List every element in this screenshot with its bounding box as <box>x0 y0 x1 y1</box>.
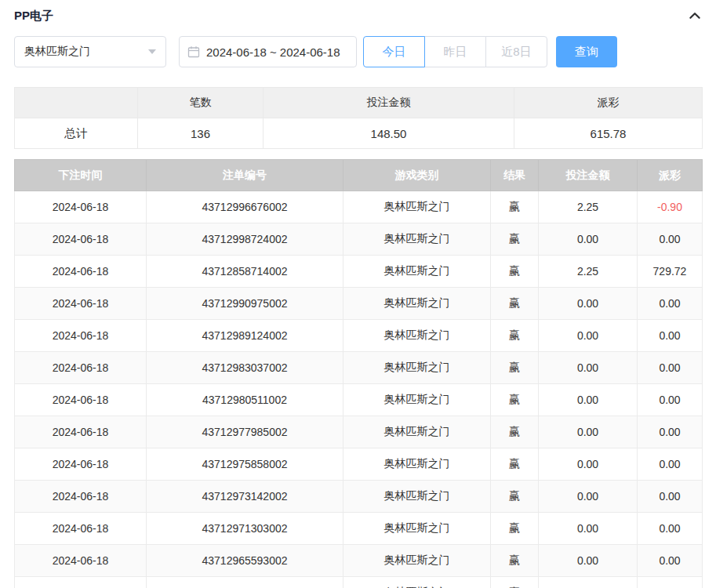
bet-amount-cell: 0.00 <box>539 384 638 416</box>
col-header-game-type: 游戏类别 <box>343 160 491 191</box>
date-range-value: 2024-06-18 ~ 2024-06-18 <box>206 45 340 59</box>
bet-amount-cell: 0.00 <box>539 223 638 256</box>
summary-total-bet-amount: 148.50 <box>264 118 514 149</box>
order-no-cell: 43712996676002 <box>147 191 343 223</box>
last-8-days-button[interactable]: 近8日 <box>485 36 547 67</box>
result-cell: 赢 <box>491 320 539 352</box>
order-no-cell: 43712971303002 <box>147 513 343 545</box>
payout-cell: 0.00 <box>638 288 703 320</box>
game-select[interactable]: 奥林匹斯之门 <box>14 36 166 67</box>
bet-amount-cell: 0.00 <box>539 320 638 352</box>
payout-cell: 0.00 <box>638 352 703 384</box>
calendar-icon <box>187 45 200 58</box>
summary-header-count: 笔数 <box>138 88 264 118</box>
game-type-cell: 奥林匹斯之门 <box>343 288 491 320</box>
panel-header: PP电子 <box>14 0 702 25</box>
game-type-cell: 奥林匹斯之门 <box>343 384 491 416</box>
table-row: 2024-06-18 43712975858002 奥林匹斯之门 赢 0.00 … <box>15 448 703 481</box>
col-header-payout: 派彩 <box>638 160 703 191</box>
order-no-cell: 43712980511002 <box>147 384 343 416</box>
table-row: 2024-06-18 43712998724002 奥林匹斯之门 赢 0.00 … <box>15 223 703 256</box>
game-select-value: 奥林匹斯之门 <box>24 45 90 59</box>
game-type-cell: 奥林匹斯之门 <box>343 223 491 256</box>
game-type-cell: 奥林匹斯之门 <box>343 416 491 448</box>
col-header-order-no: 注单编号 <box>147 160 343 191</box>
result-cell: 赢 <box>491 577 539 588</box>
payout-cell: 0.00 <box>638 320 703 352</box>
payout-cell: 0.00 <box>638 448 703 481</box>
col-header-bet-amount: 投注金额 <box>539 160 638 191</box>
page-title: PP电子 <box>14 9 53 24</box>
bet-amount-cell: 0.00 <box>539 352 638 384</box>
table-row: 2024-06-18 43712962809002 奥林匹斯之门 赢 0.00 … <box>15 577 703 588</box>
collapse-chevron-up-icon[interactable] <box>688 9 702 23</box>
result-cell: 赢 <box>491 352 539 384</box>
order-no-cell: 43712965593002 <box>147 545 343 577</box>
game-type-cell: 奥林匹斯之门 <box>343 256 491 288</box>
order-no-cell: 43712962809002 <box>147 577 343 588</box>
payout-cell: 0.00 <box>638 481 703 513</box>
table-row: 2024-06-18 43712996676002 奥林匹斯之门 赢 2.25 … <box>15 191 703 223</box>
today-button[interactable]: 今日 <box>363 36 425 67</box>
bet-amount-cell: 0.00 <box>539 481 638 513</box>
table-row: 2024-06-18 43712971303002 奥林匹斯之门 赢 0.00 … <box>15 513 703 545</box>
game-type-cell: 奥林匹斯之门 <box>343 545 491 577</box>
result-cell: 赢 <box>491 481 539 513</box>
order-no-cell: 43712998724002 <box>147 223 343 256</box>
col-header-bet-time: 下注时间 <box>15 160 147 191</box>
col-header-result: 结果 <box>491 160 539 191</box>
order-no-cell: 43712858714002 <box>147 256 343 288</box>
payout-cell: 0.00 <box>638 513 703 545</box>
summary-total-label: 总计 <box>15 118 138 149</box>
date-range-input[interactable]: 2024-06-18 ~ 2024-06-18 <box>179 36 357 67</box>
table-row: 2024-06-18 43712990975002 奥林匹斯之门 赢 0.00 … <box>15 288 703 320</box>
table-header-row: 下注时间 注单编号 游戏类别 结果 投注金额 派彩 <box>15 160 703 191</box>
pp-electronic-panel: PP电子 奥林匹斯之门 2024-06-18 ~ 2024-06-18 今日 昨… <box>0 0 716 588</box>
bet-time-cell: 2024-06-18 <box>15 223 147 256</box>
bet-time-cell: 2024-06-18 <box>15 416 147 448</box>
bet-amount-cell: 0.00 <box>539 545 638 577</box>
payout-cell: 0.00 <box>638 545 703 577</box>
yesterday-button[interactable]: 昨日 <box>424 36 486 67</box>
result-cell: 赢 <box>491 384 539 416</box>
summary-header-payout: 派彩 <box>514 88 703 118</box>
bet-time-cell: 2024-06-18 <box>15 320 147 352</box>
game-type-cell: 奥林匹斯之门 <box>343 191 491 223</box>
bet-time-cell: 2024-06-18 <box>15 191 147 223</box>
order-no-cell: 43712973142002 <box>147 481 343 513</box>
result-cell: 赢 <box>491 545 539 577</box>
bet-time-cell: 2024-06-18 <box>15 288 147 320</box>
payout-cell: 0.00 <box>638 384 703 416</box>
table-row: 2024-06-18 43712973142002 奥林匹斯之门 赢 0.00 … <box>15 481 703 513</box>
bet-time-cell: 2024-06-18 <box>15 545 147 577</box>
payout-cell: 0.00 <box>638 223 703 256</box>
order-no-cell: 43712977985002 <box>147 416 343 448</box>
summary-total-count: 136 <box>138 118 264 149</box>
game-type-cell: 奥林匹斯之门 <box>343 352 491 384</box>
summary-total-payout: 615.78 <box>514 118 703 149</box>
table-row: 2024-06-18 43712965593002 奥林匹斯之门 赢 0.00 … <box>15 545 703 577</box>
order-no-cell: 43712983037002 <box>147 352 343 384</box>
select-caret-down-icon <box>148 49 156 54</box>
bet-amount-cell: 0.00 <box>539 416 638 448</box>
bet-amount-cell: 2.25 <box>539 256 638 288</box>
bet-amount-cell: 0.00 <box>539 577 638 588</box>
table-row: 2024-06-18 43712977985002 奥林匹斯之门 赢 0.00 … <box>15 416 703 448</box>
bet-time-cell: 2024-06-18 <box>15 384 147 416</box>
payout-cell: -0.90 <box>638 191 703 223</box>
result-cell: 赢 <box>491 513 539 545</box>
game-type-cell: 奥林匹斯之门 <box>343 481 491 513</box>
bet-amount-cell: 0.00 <box>539 288 638 320</box>
payout-cell: 729.72 <box>638 256 703 288</box>
game-type-cell: 奥林匹斯之门 <box>343 513 491 545</box>
order-no-cell: 43712989124002 <box>147 320 343 352</box>
quick-range-button-group: 今日 昨日 近8日 <box>363 36 547 67</box>
result-cell: 赢 <box>491 288 539 320</box>
bet-records-table: 下注时间 注单编号 游戏类别 结果 投注金额 派彩 2024-06-18 437… <box>14 159 703 588</box>
payout-cell: 0.00 <box>638 577 703 588</box>
game-type-cell: 奥林匹斯之门 <box>343 320 491 352</box>
bet-amount-cell: 0.00 <box>539 513 638 545</box>
table-row: 2024-06-18 43712989124002 奥林匹斯之门 赢 0.00 … <box>15 320 703 352</box>
bet-table-body: 2024-06-18 43712996676002 奥林匹斯之门 赢 2.25 … <box>15 191 703 588</box>
query-button[interactable]: 查询 <box>556 36 617 67</box>
